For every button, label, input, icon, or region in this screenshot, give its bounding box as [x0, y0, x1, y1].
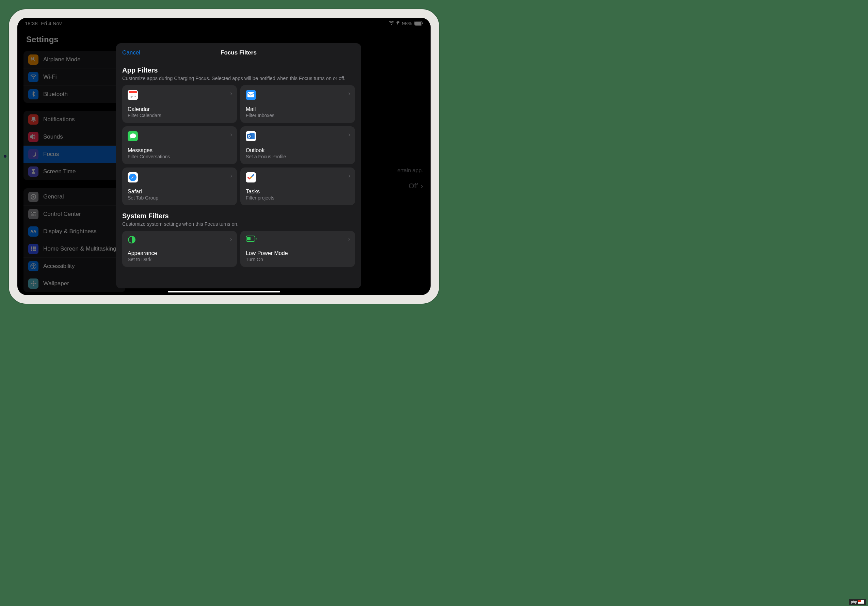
focus-filters-modal: Cancel Focus Filters App Filters Customi…: [116, 43, 361, 288]
card-title: Mail: [246, 106, 350, 112]
filter-card-calendar[interactable]: › Calendar Filter Calendars: [122, 85, 237, 123]
safari-icon: [128, 172, 138, 183]
svg-point-37: [130, 98, 130, 98]
svg-rect-50: [256, 238, 257, 240]
cancel-button[interactable]: Cancel: [122, 50, 140, 56]
chevron-right-icon: ›: [230, 90, 232, 97]
chevron-right-icon: ›: [348, 90, 350, 97]
filter-card-messages[interactable]: › Messages Filter Conversations: [122, 126, 237, 164]
section-title: App Filters: [122, 67, 355, 74]
svg-rect-26: [129, 91, 137, 93]
chevron-right-icon: ›: [348, 172, 350, 180]
svg-point-30: [134, 95, 135, 95]
svg-rect-39: [248, 92, 254, 98]
card-subtitle: Filter projects: [246, 195, 350, 200]
app-filters-grid: › Calendar Filter Calendars › Mail: [122, 85, 355, 205]
svg-point-29: [132, 95, 133, 95]
modal-title: Focus Filters: [220, 50, 257, 56]
card-subtitle: Set a Focus Profile: [246, 154, 350, 159]
tasks-icon: [246, 172, 256, 183]
chevron-right-icon: ›: [348, 236, 350, 243]
svg-point-28: [131, 95, 132, 95]
front-camera: [4, 155, 6, 158]
lowpower-icon: [246, 236, 350, 242]
chevron-right-icon: ›: [348, 131, 350, 138]
section-title: System Filters: [122, 212, 355, 220]
chevron-right-icon: ›: [230, 172, 232, 180]
app-filters-section: App Filters Customize apps during Chargi…: [116, 67, 361, 205]
system-filters-grid: › Appearance Set to Dark › Low Power Mod…: [122, 231, 355, 267]
card-title: Messages: [128, 147, 231, 153]
filter-card-safari[interactable]: › Safari Set Tab Group: [122, 167, 237, 205]
card-title: Outlook: [246, 147, 350, 153]
chevron-right-icon: ›: [230, 236, 232, 243]
chevron-right-icon: ›: [230, 131, 232, 138]
svg-point-35: [134, 96, 135, 97]
filter-card-mail[interactable]: › Mail Filter Inboxes: [240, 85, 355, 123]
appearance-icon: [128, 236, 231, 244]
svg-point-34: [132, 96, 133, 97]
section-subtitle: Customize apps during Charging Focus. Se…: [122, 76, 355, 81]
card-title: Low Power Mode: [246, 250, 350, 256]
section-subtitle: Customize system settings when this Focu…: [122, 221, 355, 227]
modal-header: Cancel Focus Filters: [116, 50, 361, 62]
card-subtitle: Turn On: [246, 257, 350, 262]
card-title: Calendar: [128, 106, 231, 112]
svg-point-38: [131, 98, 132, 98]
svg-point-32: [130, 96, 130, 97]
filter-card-appearance[interactable]: › Appearance Set to Dark: [122, 231, 237, 267]
card-subtitle: Filter Conversations: [128, 154, 231, 159]
svg-point-27: [130, 95, 130, 95]
card-title: Safari: [128, 189, 231, 195]
svg-point-33: [131, 96, 132, 97]
screen: 18:38 Fri 4 Nov 98% Settings: [17, 18, 431, 295]
filter-card-tasks[interactable]: › Tasks Filter projects: [240, 167, 355, 205]
home-indicator[interactable]: [168, 291, 280, 293]
mail-icon: [246, 90, 256, 100]
svg-rect-49: [247, 237, 251, 240]
card-title: Appearance: [128, 250, 231, 256]
svg-point-36: [135, 96, 136, 97]
messages-icon: [128, 131, 138, 141]
outlook-icon: [246, 131, 256, 141]
system-filters-section: System Filters Customize system settings…: [116, 212, 361, 267]
card-title: Tasks: [246, 189, 350, 195]
card-subtitle: Filter Calendars: [128, 113, 231, 118]
card-subtitle: Filter Inboxes: [246, 113, 350, 118]
card-subtitle: Set Tab Group: [128, 195, 231, 200]
ipad-frame: 18:38 Fri 4 Nov 98% Settings: [9, 9, 439, 304]
calendar-icon: [128, 90, 138, 100]
svg-rect-42: [247, 134, 251, 139]
svg-point-31: [135, 95, 136, 95]
card-subtitle: Set to Dark: [128, 257, 231, 262]
filter-card-outlook[interactable]: › Outlook Set a Focus Profile: [240, 126, 355, 164]
filter-card-lowpower[interactable]: › Low Power Mode Turn On: [240, 231, 355, 267]
